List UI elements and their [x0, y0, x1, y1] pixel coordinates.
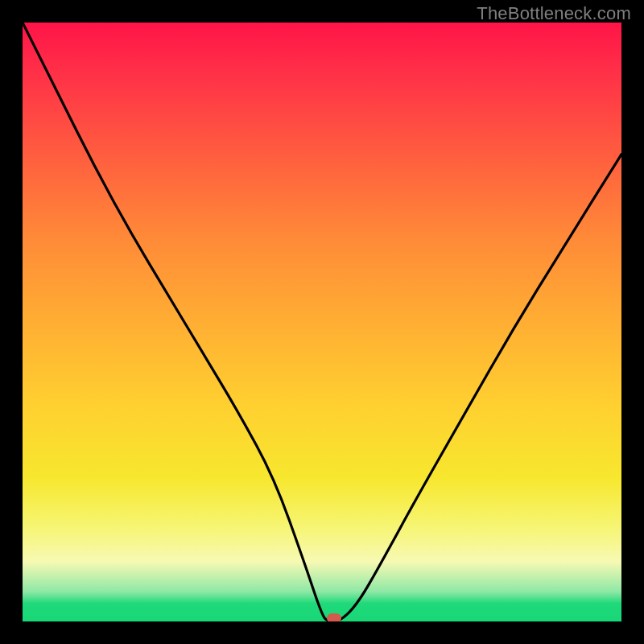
optimal-point-marker	[327, 613, 341, 621]
bottleneck-curve	[23, 23, 621, 621]
chart-frame: TheBottleneck.com	[0, 0, 644, 644]
watermark-text: TheBottleneck.com	[477, 3, 631, 24]
plot-area	[23, 23, 621, 621]
